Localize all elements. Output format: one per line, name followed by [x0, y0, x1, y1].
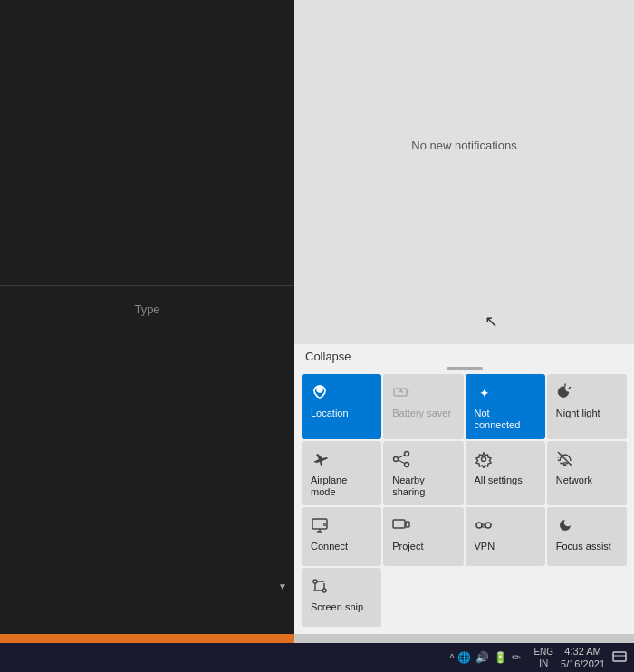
svg-line-14 — [399, 455, 405, 458]
tile-focus-assist[interactable]: Focus assist — [547, 507, 627, 566]
svg-point-30 — [322, 589, 326, 592]
volume-tray-icon[interactable]: 🔊 — [476, 649, 490, 667]
svg-text:🔊: 🔊 — [476, 650, 489, 664]
left-panel: Type ▼ — [0, 0, 294, 634]
taskbar: ^ 🌐 🔊 🔋 ✏ ENG IN 4:32 AM 5/16/ — [0, 643, 634, 672]
svg-point-12 — [405, 451, 409, 456]
battery-tray-icon[interactable]: 🔋 — [494, 649, 508, 667]
tile-all-settings[interactable]: All settings — [466, 441, 545, 505]
taskbar-clock[interactable]: 4:32 AM 5/16/2021 — [561, 645, 605, 671]
svg-text:🔋: 🔋 — [494, 650, 507, 664]
type-label: Type — [134, 302, 159, 316]
location-icon — [311, 383, 329, 404]
dropdown-chevron[interactable]: ▼ — [278, 581, 287, 591]
scroll-indicator — [447, 367, 483, 370]
svg-point-16 — [481, 456, 485, 461]
svg-rect-24 — [406, 522, 409, 527]
collapse-button[interactable]: Collapse — [305, 350, 351, 363]
network-label: Network — [556, 475, 592, 486]
language-region: IN — [539, 658, 548, 669]
battery-saver-label: Battery saver — [392, 408, 451, 419]
night-light-icon — [556, 383, 574, 404]
svg-line-10 — [569, 388, 571, 389]
vpn-icon — [475, 516, 493, 537]
tile-airplane-mode[interactable]: Airplane mode — [302, 441, 381, 505]
battery-saver-icon — [392, 383, 410, 404]
svg-point-11 — [394, 456, 399, 461]
svg-point-13 — [405, 462, 409, 466]
tile-empty-2 — [466, 568, 545, 627]
tile-night-light[interactable]: Night light — [547, 374, 627, 438]
all-settings-icon — [475, 450, 493, 471]
svg-point-17 — [563, 464, 566, 466]
tile-empty-3 — [547, 568, 627, 627]
project-icon — [392, 516, 410, 537]
svg-rect-23 — [393, 520, 405, 528]
not-connected-label: Not connected — [475, 408, 538, 431]
screen-snip-icon — [311, 577, 329, 598]
svg-text:✏: ✏ — [512, 651, 521, 664]
tile-connect[interactable]: Connect — [302, 507, 381, 566]
svg-rect-22 — [323, 523, 326, 526]
system-tray-chevron[interactable]: ^ — [450, 653, 455, 663]
project-label: Project — [392, 541, 423, 552]
focus-assist-icon — [556, 516, 574, 537]
collapse-bar: Collapse — [294, 344, 634, 367]
focus-assist-label: Focus assist — [556, 541, 611, 552]
svg-point-26 — [476, 523, 482, 528]
action-center: Collapse Location — [294, 344, 634, 634]
nearby-sharing-icon — [392, 450, 410, 471]
tile-vpn[interactable]: VPN — [466, 507, 545, 566]
nearby-sharing-label: Nearby sharing — [392, 475, 456, 498]
connect-label: Connect — [311, 541, 348, 552]
svg-rect-39 — [613, 652, 626, 661]
tile-battery-saver[interactable]: Battery saver — [383, 374, 463, 438]
svg-text:🌐: 🌐 — [457, 650, 471, 664]
taskbar-time: 4:32 AM — [564, 645, 600, 658]
tile-not-connected[interactable]: ✦ Not connected — [466, 374, 545, 438]
svg-text:✦: ✦ — [479, 386, 490, 400]
bluetooth-icon: ✦ — [475, 383, 493, 404]
taskbar-right-area: ^ 🌐 🔊 🔋 ✏ ENG IN 4:32 AM 5/16/ — [450, 645, 627, 671]
quick-actions-grid: Location Battery saver ✦ — [294, 374, 634, 634]
no-notifications-text: No new notifications — [411, 139, 516, 152]
network-icon — [556, 450, 574, 471]
night-light-label: Night light — [556, 408, 600, 419]
airplane-icon — [311, 450, 329, 471]
vpn-label: VPN — [475, 541, 495, 552]
svg-point-2 — [318, 389, 322, 393]
network-tray-icon[interactable]: 🌐 — [457, 649, 472, 667]
all-settings-label: All settings — [475, 475, 523, 486]
tile-project[interactable]: Project — [383, 507, 463, 566]
airplane-mode-label: Airplane mode — [311, 475, 374, 498]
right-panel: No new notifications ↖ Collapse Locatio — [294, 0, 634, 634]
left-panel-type-label: Type ▼ — [0, 286, 294, 331]
cursor-area: ↖ — [294, 290, 634, 344]
svg-point-27 — [485, 523, 491, 528]
notification-area: No new notifications — [294, 0, 634, 290]
tile-empty-1 — [383, 568, 463, 627]
tile-location[interactable]: Location — [302, 374, 381, 438]
notification-center-icon[interactable] — [612, 649, 627, 667]
orange-accent-bar — [0, 634, 294, 643]
svg-rect-4 — [407, 391, 409, 394]
tile-screen-snip[interactable]: Screen snip — [302, 568, 381, 627]
tile-network[interactable]: Network — [547, 441, 627, 505]
language-label: ENG — [533, 646, 553, 658]
cursor-icon: ↖ — [485, 312, 498, 331]
location-label: Location — [311, 408, 349, 419]
connect-icon — [311, 516, 329, 537]
screen-snip-label: Screen snip — [311, 601, 363, 613]
svg-point-29 — [313, 580, 317, 583]
stylus-tray-icon[interactable]: ✏ — [512, 649, 526, 667]
taskbar-date: 5/16/2021 — [561, 658, 605, 670]
tile-nearby-sharing[interactable]: Nearby sharing — [383, 441, 463, 505]
svg-line-15 — [399, 460, 405, 464]
language-indicator[interactable]: ENG IN — [533, 646, 553, 669]
